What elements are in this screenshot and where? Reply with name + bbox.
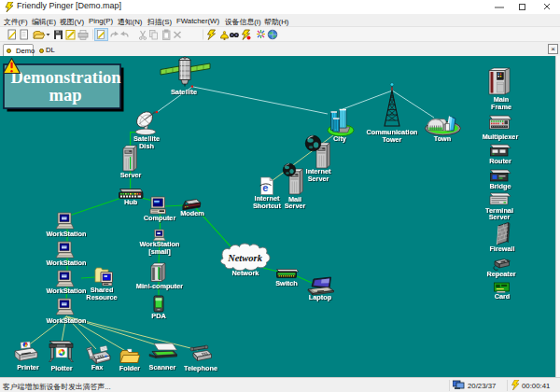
svg-text:map: map [49, 86, 82, 105]
svg-text:Folder: Folder [119, 364, 140, 372]
svg-text:Repeater: Repeater [486, 270, 515, 278]
svg-text:Server: Server [285, 202, 306, 210]
svg-text:Server: Server [120, 171, 142, 179]
svg-text:Dish: Dish [139, 142, 154, 150]
svg-text:Demonstration: Demonstration [10, 68, 121, 87]
svg-text:Telephone: Telephone [184, 364, 217, 372]
svg-text:Plotter: Plotter [50, 364, 72, 372]
svg-text:Satellite: Satellite [171, 88, 197, 96]
svg-text:Computer: Computer [144, 214, 176, 222]
svg-text:Scanner: Scanner [149, 363, 176, 371]
svg-text:Modem: Modem [180, 209, 204, 217]
svg-text:Mini-computer: Mini-computer [136, 282, 183, 290]
svg-text:Frame: Frame [491, 103, 511, 111]
svg-text:Server: Server [308, 175, 329, 183]
svg-text:Network: Network [232, 269, 260, 277]
svg-text:Multiplexer: Multiplexer [483, 133, 519, 141]
svg-text:WorkStation: WorkStation [47, 259, 87, 267]
svg-text:Hub: Hub [124, 198, 138, 206]
svg-text:Laptop: Laptop [309, 293, 332, 301]
svg-text:Resource: Resource [86, 293, 117, 301]
svg-text:WorkStation: WorkStation [47, 230, 87, 238]
svg-text:Firewall: Firewall [489, 245, 514, 253]
svg-text:Fax: Fax [91, 363, 104, 371]
svg-text:Router: Router [489, 157, 511, 165]
svg-text:WorkStation: WorkStation [47, 287, 87, 295]
svg-text:Switch: Switch [275, 279, 298, 287]
svg-text:Bridge: Bridge [489, 182, 511, 190]
svg-text:Printer: Printer [17, 363, 39, 371]
svg-text:Network: Network [227, 253, 263, 263]
svg-text:Server: Server [489, 213, 511, 221]
svg-text:Shortcut: Shortcut [253, 202, 282, 210]
svg-text:PDA: PDA [151, 312, 166, 320]
svg-text:WorkStation: WorkStation [47, 316, 87, 325]
svg-text:e: e [262, 182, 268, 193]
svg-text:Tower: Tower [383, 135, 402, 144]
svg-text:Town: Town [434, 134, 452, 143]
svg-text:[small]: [small] [148, 247, 171, 256]
svg-text:City: City [333, 134, 347, 143]
svg-text:Card: Card [495, 292, 511, 301]
